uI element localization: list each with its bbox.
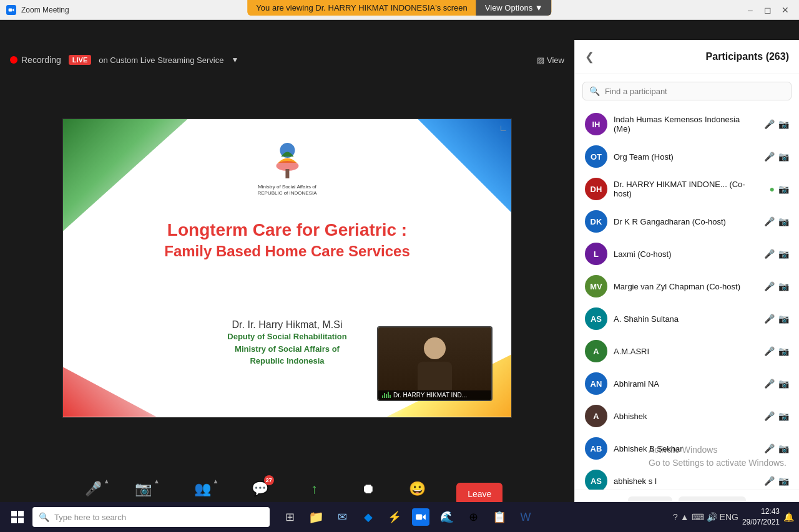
recording-label: Recording [21, 55, 61, 65]
participant-icons: 🎤📷 [764, 476, 789, 486]
taskbar-clock[interactable]: 12:43 29/07/2021 [742, 506, 780, 528]
presenter-role3: Republic Indonesia [227, 355, 346, 367]
view-options-button[interactable]: View Options ▼ [476, 0, 552, 16]
app5-button[interactable]: ⚡ [382, 505, 407, 530]
slide-title-line2: Family Based Home Care Services [106, 241, 468, 261]
title-bar-text: Zoom Meeting [21, 6, 69, 14]
participant-avatar: OT [585, 145, 607, 168]
video-area: Recording LIVE on Custom Live Streaming … [0, 40, 574, 522]
participant-name: Indah Humas Kemensos Indonesia (Me) [614, 115, 758, 133]
participant-icons: 🎤📷 [764, 249, 789, 259]
participant-item[interactable]: ANAbhirami NA🎤📷 [575, 367, 799, 400]
language-icon[interactable]: ENG [720, 512, 738, 522]
participant-item[interactable]: DHDr. HARRY HIKMAT INDONE... (Co-host)●📷 [575, 173, 799, 205]
sidebar-collapse-button[interactable]: ❮ [585, 50, 594, 64]
up-arrow-icon[interactable]: ▲ [680, 512, 689, 522]
participant-name: A.M.ASRI [614, 347, 758, 356]
microphone-muted-icon: 🎤 [764, 281, 775, 291]
chrome-button[interactable]: ⊕ [461, 505, 486, 530]
microphone-muted-icon: 🎤 [764, 379, 775, 389]
slide-presenter: Dr. Ir. Harry Hikmat, M.Si Deputy of Soc… [227, 319, 346, 367]
microphone-muted-icon: 🎤 [764, 314, 775, 324]
notification-icon[interactable]: ? [673, 512, 678, 522]
video-icon: 📷 [778, 216, 789, 226]
participant-name: Laxmi (Co-host) [614, 249, 758, 259]
sidebar-header: ❮ Participants (263) [575, 40, 799, 74]
mic-muted-icon: 🎤 [85, 481, 102, 497]
video-caret[interactable]: ▲ [154, 478, 160, 485]
view-button[interactable]: ▨ View [537, 56, 564, 65]
dropbox-button[interactable]: ◆ [356, 505, 381, 530]
task-view-button[interactable]: ⊞ [277, 505, 302, 530]
participant-item[interactable]: AAbhishek🎤📷 [575, 400, 799, 432]
zoom-app-icon [6, 5, 16, 15]
speaker-icon[interactable]: 🔊 [707, 512, 717, 522]
svg-rect-3 [285, 169, 289, 178]
close-button[interactable]: ✕ [778, 2, 793, 17]
participant-name: abhishek s I [614, 476, 758, 486]
speaker-thumbnail: Dr. HARRY HIKMAT IND... [377, 326, 493, 401]
participant-item[interactable]: ASA. Shahin Sultana🎤📷 [575, 302, 799, 335]
mail-button[interactable]: ✉ [330, 505, 355, 530]
taskbar-sys-icons: ? ▲ ⌨ 🔊 ENG [673, 512, 738, 522]
word-button[interactable]: W [513, 505, 538, 530]
participant-name: Dr. HARRY HIKMAT INDONE... (Co-host) [614, 180, 763, 198]
slide-title-line1: Longterm Care for Geriatric : [106, 219, 468, 241]
participant-search-box[interactable]: 🔍 [582, 82, 792, 100]
video-icon: 📷 [778, 314, 789, 324]
participant-item[interactable]: IHIndah Humas Kemensos Indonesia (Me)🎤📷 [575, 108, 799, 140]
restore-button[interactable]: ◻ [760, 2, 775, 17]
participant-icons: 🎤📷 [764, 281, 789, 291]
minimize-button[interactable]: – [743, 2, 758, 17]
keyboard-icon[interactable]: ⌨ [692, 512, 704, 522]
reactions-icon: 😀 [409, 481, 426, 497]
edge-button[interactable]: 🌊 [434, 505, 459, 530]
taskbar-search-icon: 🔍 [39, 512, 49, 522]
participant-avatar: AB [585, 437, 607, 460]
mute-caret[interactable]: ▲ [104, 478, 110, 485]
zoom-taskbar-button[interactable] [408, 505, 433, 530]
participant-name: Org Team (Host) [614, 152, 758, 162]
participant-item[interactable]: MVMargie van Zyl Chapman (Co-host)🎤📷 [575, 270, 799, 302]
participant-item[interactable]: ASabhishek s I🎤📷 [575, 465, 799, 490]
taskbar-search[interactable]: 🔍 Type here to search [32, 507, 270, 527]
live-badge: LIVE [69, 55, 91, 65]
audio-bar-3 [386, 394, 387, 398]
microphone-active-icon: 🎤 [764, 152, 775, 162]
participant-icons: 🎤📷 [764, 379, 789, 389]
video-icon: 📷 [778, 411, 789, 421]
participant-avatar: A [585, 405, 607, 427]
dropbox-icon: ◆ [364, 510, 373, 524]
top-toolbar: Recording LIVE on Custom Live Streaming … [0, 40, 574, 80]
slide-title-area: Longterm Care for Geriatric : Family Bas… [106, 219, 468, 261]
slide-minimize-button[interactable]: ∟ [499, 123, 507, 133]
slide-corner-bl [63, 367, 157, 417]
start-button[interactable] [5, 505, 30, 530]
participant-avatar: AS [585, 307, 607, 330]
participant-name: A. Shahin Sultana [614, 314, 758, 324]
svg-rect-0 [9, 8, 12, 11]
presenter-role2: Ministry of Social Affairs of [227, 343, 346, 355]
participant-name: Dr K R Gangadharan (Co-host) [614, 217, 758, 226]
participant-name: Abhishek [614, 412, 758, 421]
participant-item[interactable]: ABAbhishek B Sekhar🎤📷 [575, 432, 799, 465]
title-bar-controls: – ◻ ✕ [743, 2, 793, 17]
title-bar-left: Zoom Meeting [6, 5, 69, 15]
microphone-muted-icon: 🎤 [764, 476, 775, 486]
participant-item[interactable]: LLaxmi (Co-host)🎤📷 [575, 238, 799, 270]
participant-search-input[interactable] [605, 87, 785, 96]
participant-item[interactable]: DKDr K R Gangadharan (Co-host)🎤📷 [575, 205, 799, 238]
reactions-icon-area: 😀 [406, 478, 428, 500]
notification-bell-icon[interactable]: 🔔 [783, 512, 794, 522]
file-explorer-button[interactable]: 📁 [303, 505, 328, 530]
live-dropdown-arrow[interactable]: ▼ [231, 56, 238, 64]
chat-icon-area: 💬 27 [249, 478, 272, 500]
video-icon: 📷 [778, 379, 789, 389]
participant-icons: 🎤📷 [764, 119, 789, 129]
video-icon: 📷 [778, 476, 789, 486]
participant-item[interactable]: AA.M.ASRI🎤📷 [575, 335, 799, 367]
edge-icon: 🌊 [440, 510, 454, 524]
app8-button[interactable]: 📋 [487, 505, 512, 530]
participants-caret[interactable]: ▲ [213, 478, 219, 485]
participant-item[interactable]: OTOrg Team (Host)🎤📷 [575, 140, 799, 173]
